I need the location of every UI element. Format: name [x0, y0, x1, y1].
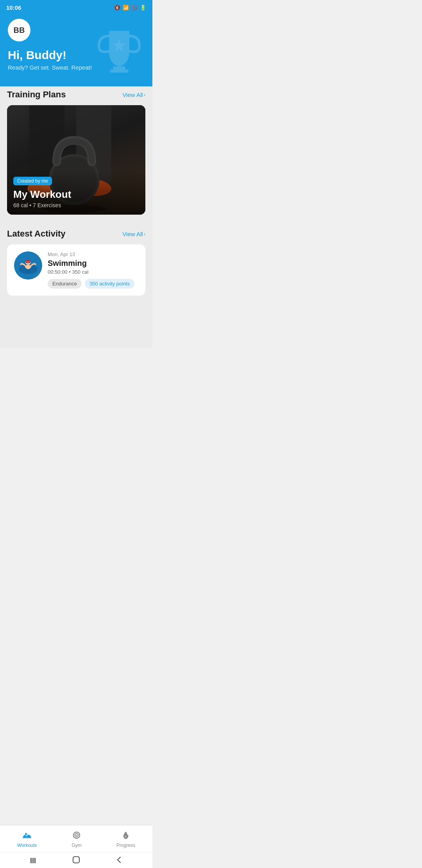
tag-activity-points: 350 activity points: [85, 279, 134, 289]
svg-point-15: [26, 261, 28, 263]
training-plans-header: Training Plans View All ›: [7, 90, 145, 100]
no-icon: 🚫: [131, 5, 138, 11]
latest-activity-title: Latest Activity: [7, 229, 66, 239]
created-badge: Created by me: [13, 177, 52, 185]
trophy-icon: [94, 26, 145, 78]
chevron-right-icon: ›: [144, 92, 145, 98]
activity-thumbnail: [14, 251, 42, 280]
avatar: BB: [8, 19, 30, 41]
training-plans-view-all[interactable]: View All ›: [122, 91, 145, 98]
chevron-right-icon: ›: [144, 231, 145, 237]
training-plan-card[interactable]: Created by me My Workout 68 cal • 7 Exer…: [7, 105, 145, 215]
main-content: Training Plans View All ›: [0, 81, 152, 348]
activity-info: Mon, Apr 13 Swimming 00:50:00 • 350 cal …: [48, 251, 138, 289]
tag-endurance: Endurance: [48, 279, 82, 289]
activity-tags: Endurance 350 activity points: [48, 279, 138, 289]
wifi-icon: 📶: [123, 5, 129, 11]
latest-activity-section: Latest Activity View All ›: [0, 220, 152, 301]
training-plans-title: Training Plans: [7, 90, 66, 100]
workout-name: My Workout: [13, 188, 139, 201]
activity-card[interactable]: Mon, Apr 13 Swimming 00:50:00 • 350 cal …: [7, 244, 145, 296]
latest-activity-header: Latest Activity View All ›: [7, 229, 145, 239]
mute-icon: 🔇: [114, 5, 120, 11]
activity-stats: 00:50:00 • 350 cal: [48, 269, 138, 275]
battery-icon: 🔋: [140, 5, 146, 11]
workout-meta: 68 cal • 7 Exercises: [13, 202, 139, 208]
activity-name: Swimming: [48, 259, 138, 268]
svg-point-16: [29, 261, 30, 263]
svg-rect-0: [113, 66, 125, 70]
status-time: 10:06: [6, 4, 21, 11]
activity-date: Mon, Apr 13: [48, 251, 138, 257]
training-plans-section: Training Plans View All ›: [0, 81, 152, 220]
status-bar: 10:06 🔇 📶 🚫 🔋: [0, 0, 152, 14]
svg-rect-1: [110, 70, 129, 73]
training-card-overlay: Created by me My Workout 68 cal • 7 Exer…: [7, 170, 145, 215]
header: BB Hi, Buddy! Ready? Get set. Sweat. Rep…: [0, 14, 152, 86]
status-icons: 🔇 📶 🚫 🔋: [114, 5, 146, 11]
latest-activity-view-all[interactable]: View All ›: [122, 231, 145, 237]
